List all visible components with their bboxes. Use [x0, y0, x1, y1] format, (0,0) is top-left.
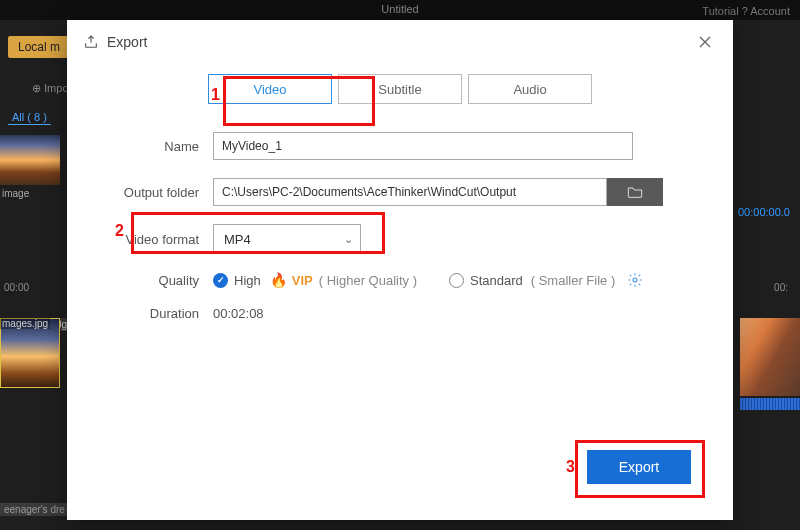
browse-folder-button[interactable]: [607, 178, 663, 206]
timeline-clip-label: mages.jpg: [0, 318, 50, 329]
export-dialog: Export Video Subtitle Audio Name Output …: [67, 20, 733, 520]
preview-timecode: 00:00:00.0: [738, 206, 790, 218]
label-duration: Duration: [103, 306, 213, 321]
close-button[interactable]: [693, 30, 717, 54]
export-type-tabs: Video Subtitle Audio: [103, 74, 697, 104]
tab-video[interactable]: Video: [208, 74, 332, 104]
quality-high-radio[interactable]: [213, 273, 228, 288]
label-name: Name: [103, 139, 213, 154]
close-icon: [698, 35, 712, 49]
media-tab-all[interactable]: All ( 8 ): [8, 110, 51, 125]
export-button[interactable]: Export: [587, 450, 691, 484]
svg-point-0: [633, 278, 637, 282]
quality-standard-label: Standard: [470, 273, 523, 288]
folder-icon: [627, 185, 643, 199]
dialog-header: Export: [67, 20, 733, 64]
vip-badge: VIP: [292, 273, 313, 288]
quality-standard-note: ( Smaller File ): [531, 273, 616, 288]
quality-standard-radio[interactable]: [449, 273, 464, 288]
settings-icon[interactable]: [627, 272, 643, 288]
tab-audio[interactable]: Audio: [468, 74, 592, 104]
dialog-body: Video Subtitle Audio Name Output folder …: [67, 64, 733, 321]
video-format-select[interactable]: MP4: [213, 224, 361, 254]
quality-high-note: ( Higher Quality ): [319, 273, 417, 288]
export-icon: [83, 34, 99, 50]
duration-value: 00:02:08: [213, 306, 697, 321]
app-titlebar: Untitled Tutorial ? Account: [0, 0, 800, 20]
export-form: Name Output folder Video format MP4 ⌄ Qu…: [103, 132, 697, 321]
titlebar-right-menu: Tutorial ? Account: [702, 2, 790, 20]
timeline-audio-waveform: [740, 398, 800, 410]
dialog-title: Export: [107, 34, 147, 50]
annotation-number-3: 3: [566, 458, 575, 476]
app-title: Untitled: [381, 3, 418, 15]
output-folder-input[interactable]: [213, 178, 607, 206]
name-input[interactable]: [213, 132, 633, 160]
timeline-clip-label-bottom: eenager's dre: [0, 503, 69, 516]
fire-icon: 🔥: [270, 272, 287, 288]
label-output-folder: Output folder: [103, 185, 213, 200]
local-media-button[interactable]: Local m: [8, 36, 70, 58]
label-quality: Quality: [103, 273, 213, 288]
media-thumbnail[interactable]: [0, 135, 60, 185]
timeline-clip[interactable]: [740, 318, 800, 396]
label-video-format: Video format: [103, 232, 213, 247]
tab-subtitle[interactable]: Subtitle: [338, 74, 462, 104]
media-thumbnail-label: image: [2, 188, 29, 199]
quality-high-label: High: [234, 273, 261, 288]
